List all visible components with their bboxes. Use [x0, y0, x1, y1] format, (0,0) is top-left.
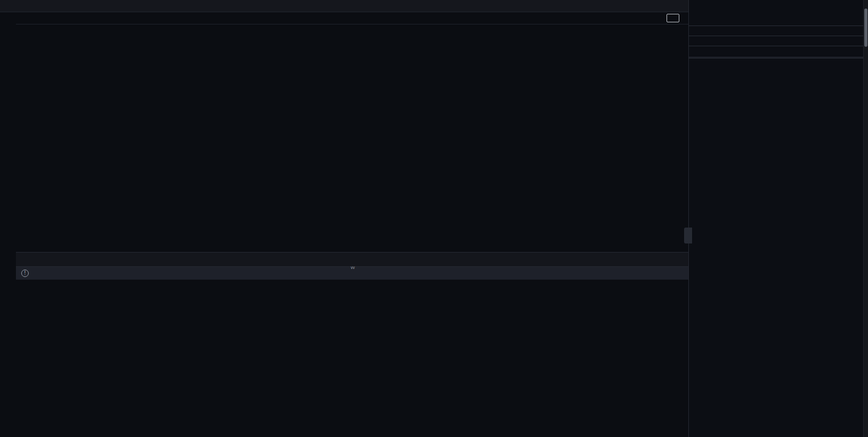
divider: [689, 57, 863, 57]
chart-region: ∨∨ !: [16, 12, 688, 437]
weibi-row: [689, 46, 863, 56]
quote-panel: [688, 0, 863, 437]
quote-info-bar: [16, 12, 688, 24]
wp-window-icon[interactable]: [667, 14, 679, 22]
table-gap: [16, 280, 688, 295]
indicator-tabs: [16, 252, 688, 267]
left-view-tabs: [0, 12, 16, 437]
market-status-row: [689, 26, 863, 36]
top-menu-bar: [0, 0, 688, 12]
notice-collapse-icon[interactable]: ∨∨: [350, 265, 355, 270]
info-icon: !: [21, 270, 29, 277]
margin-notice-bar[interactable]: ∨∨ !: [16, 267, 688, 280]
menu-lead-space: [0, 0, 19, 12]
timeshare-chart[interactable]: [16, 24, 688, 241]
nav-trend-row[interactable]: [689, 36, 863, 46]
right-scrollbar[interactable]: [863, 0, 868, 437]
time-axis: [16, 241, 688, 252]
panel-collapse-handle[interactable]: [684, 228, 692, 243]
scrollbar-thumb[interactable]: [864, 9, 867, 47]
menu-spacer: [19, 0, 688, 12]
last-price-block: [689, 0, 863, 26]
divider: [689, 58, 863, 58]
